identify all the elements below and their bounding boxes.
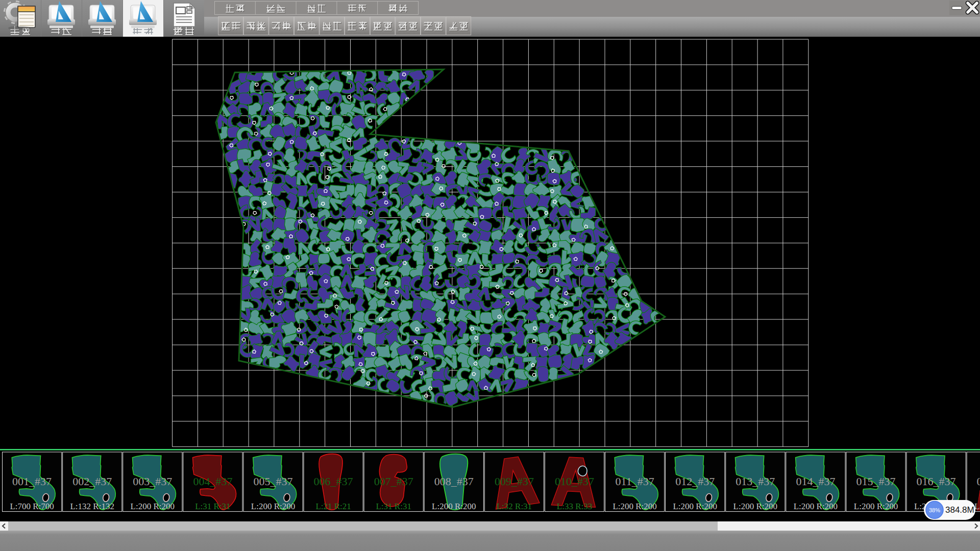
svg-text:007_#37: 007_#37 — [374, 475, 413, 488]
svg-text:001_#37: 001_#37 — [12, 475, 52, 488]
svg-text:L:200 R:200: L:200 R:200 — [854, 502, 898, 511]
svg-text:010_#37: 010_#37 — [555, 475, 594, 488]
svg-text:L:700 R:700: L:700 R:700 — [10, 502, 54, 511]
svg-text:011_#37: 011_#37 — [616, 475, 654, 488]
svg-text:L:32 R:31: L:32 R:31 — [497, 502, 532, 511]
svg-text:016_#37: 016_#37 — [917, 475, 956, 488]
svg-text:L:132 R:132: L:132 R:132 — [70, 502, 114, 511]
svg-text:005_#37: 005_#37 — [254, 475, 293, 488]
svg-text:L:21 R:21: L:21 R:21 — [315, 502, 351, 511]
svg-text:L:31 R:31: L:31 R:31 — [376, 502, 411, 511]
svg-text:004_#37: 004_#37 — [193, 475, 232, 488]
svg-text:38%: 38% — [929, 507, 940, 513]
svg-text:008_#37: 008_#37 — [434, 475, 474, 488]
svg-text:L:200 R:200: L:200 R:200 — [131, 502, 175, 511]
svg-text:012_#37: 012_#37 — [675, 475, 715, 488]
svg-text:L:200 R:200: L:200 R:200 — [251, 502, 295, 511]
svg-text:L:200 R:200: L:200 R:200 — [432, 502, 476, 511]
svg-text:L:33 R:33: L:33 R:33 — [557, 502, 592, 511]
svg-text:L:31 R:31: L:31 R:31 — [195, 502, 230, 511]
svg-text:002_#37: 002_#37 — [72, 475, 112, 488]
svg-text:L:200 R:200: L:200 R:200 — [794, 502, 838, 511]
svg-text:013_#37: 013_#37 — [736, 475, 775, 488]
svg-text:014_#37: 014_#37 — [796, 475, 835, 488]
svg-text:L:200 R:200: L:200 R:200 — [673, 502, 717, 511]
svg-text:L:200 R:200: L:200 R:200 — [612, 502, 656, 511]
svg-text:384.8M: 384.8M — [945, 505, 974, 515]
svg-text:006_#37: 006_#37 — [314, 475, 353, 488]
svg-text:003_#37: 003_#37 — [133, 475, 172, 488]
svg-text:017_#37: 017_#37 — [977, 475, 980, 488]
svg-text:015_#37: 015_#37 — [856, 475, 896, 488]
svg-text:L:200 R:200: L:200 R:200 — [733, 502, 777, 511]
svg-text:009_#37: 009_#37 — [495, 475, 534, 488]
